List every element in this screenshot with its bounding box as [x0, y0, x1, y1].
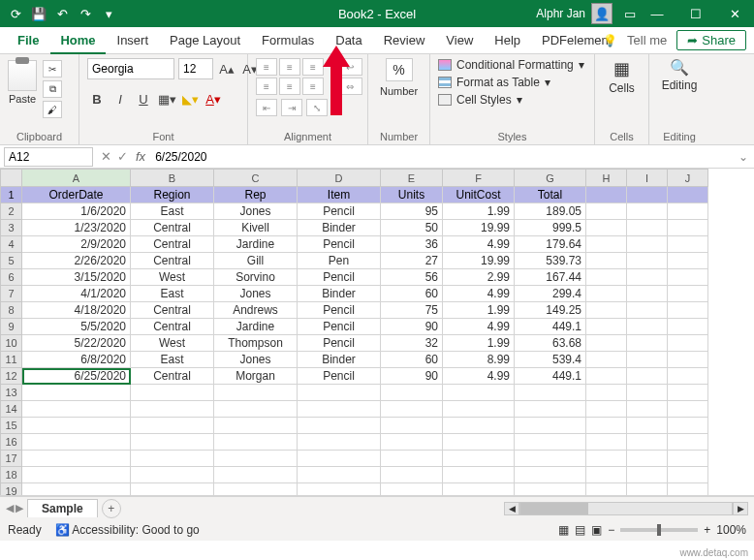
cell-G17[interactable] [515, 451, 586, 467]
row-header-1[interactable]: 1 [1, 187, 22, 203]
cell-H5[interactable] [586, 253, 627, 269]
cell-J17[interactable] [668, 451, 708, 467]
cell-F5[interactable]: 19.99 [443, 253, 515, 269]
cell-B3[interactable]: Central [131, 220, 214, 236]
cell-A17[interactable] [22, 451, 131, 467]
cell-J15[interactable] [668, 418, 708, 434]
tab-formulas[interactable]: Formulas [252, 27, 324, 54]
fill-color-button[interactable]: ◣▾ [180, 89, 200, 109]
cell-D15[interactable] [298, 418, 381, 434]
cell-H7[interactable] [586, 286, 627, 302]
cell-G15[interactable] [515, 418, 586, 434]
cell-C15[interactable] [214, 418, 298, 434]
cell-H14[interactable] [586, 401, 627, 418]
cell-C13[interactable] [214, 385, 298, 401]
tell-me[interactable]: Tell me [627, 33, 667, 47]
close-button[interactable]: ✕ [715, 0, 754, 27]
cell-E18[interactable] [381, 467, 443, 483]
wrap-text-button[interactable]: ↩ [337, 58, 362, 76]
cell-J7[interactable] [668, 286, 708, 302]
cell-D2[interactable]: Pencil [298, 203, 381, 220]
decrease-indent-button[interactable]: ⇤ [256, 99, 277, 116]
col-header-F[interactable]: F [443, 170, 515, 187]
cell-B13[interactable] [131, 385, 214, 401]
cell-A4[interactable]: 2/9/2020 [22, 236, 131, 253]
undo-icon[interactable]: ↶ [54, 6, 70, 21]
cell-A5[interactable]: 2/26/2020 [22, 253, 131, 269]
cell-J8[interactable] [668, 302, 708, 319]
cell-G12[interactable]: 449.1 [515, 368, 586, 385]
row-header-11[interactable]: 11 [1, 352, 22, 368]
font-size-select[interactable] [178, 58, 213, 79]
cell-H10[interactable] [586, 335, 627, 352]
qat-dropdown-icon[interactable]: ▾ [101, 6, 116, 21]
align-right-button[interactable]: ≡ [302, 78, 324, 95]
font-name-select[interactable] [87, 58, 174, 79]
zoom-out-button[interactable]: − [608, 523, 614, 537]
row-header-2[interactable]: 2 [1, 203, 22, 220]
row-header-8[interactable]: 8 [1, 302, 22, 319]
cell-H17[interactable] [586, 451, 627, 467]
cell-E15[interactable] [381, 418, 443, 434]
sheet-tab-sample[interactable]: Sample [27, 499, 98, 517]
cell-C6[interactable]: Sorvino [214, 269, 298, 286]
cell-G1[interactable]: Total [515, 187, 586, 203]
cell-B10[interactable]: West [131, 335, 214, 352]
cell-H3[interactable] [586, 220, 627, 236]
cell-G18[interactable] [515, 467, 586, 483]
lightbulb-icon[interactable]: 💡 [603, 34, 617, 47]
cell-E8[interactable]: 75 [381, 302, 443, 319]
cell-D1[interactable]: Item [298, 187, 381, 203]
col-header-A[interactable]: A [22, 170, 131, 187]
cell-C17[interactable] [214, 451, 298, 467]
cell-G16[interactable] [515, 434, 586, 451]
cell-C16[interactable] [214, 434, 298, 451]
cell-J10[interactable] [668, 335, 708, 352]
cell-F10[interactable]: 1.99 [443, 335, 515, 352]
bold-button[interactable]: B [87, 89, 107, 109]
cell-J13[interactable] [668, 385, 708, 401]
col-header-C[interactable]: C [214, 170, 298, 187]
enter-formula-icon[interactable]: ✓ [117, 149, 128, 164]
spreadsheet-grid[interactable]: ABCDEFGHIJ1OrderDateRegionRepItemUnitsUn… [0, 169, 754, 496]
cell-E19[interactable] [381, 483, 443, 497]
percent-icon[interactable]: % [386, 58, 413, 81]
conditional-formatting-button[interactable]: Conditional Formatting▾ [438, 58, 586, 72]
underline-button[interactable]: U [134, 89, 153, 109]
cell-I16[interactable] [627, 434, 668, 451]
col-header-G[interactable]: G [515, 170, 586, 187]
cell-F7[interactable]: 4.99 [443, 286, 515, 302]
col-header-D[interactable]: D [298, 170, 381, 187]
cell-F15[interactable] [443, 418, 515, 434]
cell-A7[interactable]: 4/1/2020 [22, 286, 131, 302]
cell-H15[interactable] [586, 418, 627, 434]
cell-H13[interactable] [586, 385, 627, 401]
cell-A9[interactable]: 5/5/2020 [22, 319, 131, 335]
cell-I19[interactable] [627, 483, 668, 497]
cell-B8[interactable]: Central [131, 302, 214, 319]
increase-font-button[interactable]: A▴ [217, 59, 236, 78]
align-left-button[interactable]: ≡ [256, 78, 277, 95]
cell-D4[interactable]: Pencil [298, 236, 381, 253]
cell-F6[interactable]: 2.99 [443, 269, 515, 286]
copy-button[interactable]: ⧉ [43, 80, 62, 98]
cell-A6[interactable]: 3/15/2020 [22, 269, 131, 286]
tab-file[interactable]: File [8, 27, 48, 54]
editing-button[interactable]: 🔍 Editing [657, 58, 702, 92]
cell-B15[interactable] [131, 418, 214, 434]
merge-button[interactable]: ⇔ [337, 78, 362, 95]
cell-G4[interactable]: 179.64 [515, 236, 586, 253]
row-header-5[interactable]: 5 [1, 253, 22, 269]
cell-D7[interactable]: Binder [298, 286, 381, 302]
col-header-J[interactable]: J [668, 170, 708, 187]
cell-D5[interactable]: Pen [298, 253, 381, 269]
cell-B6[interactable]: West [131, 269, 214, 286]
tab-view[interactable]: View [436, 27, 483, 54]
cell-E17[interactable] [381, 451, 443, 467]
maximize-button[interactable]: ☐ [676, 0, 715, 27]
sheet-nav-next[interactable]: ▶ [16, 502, 23, 514]
row-header-13[interactable]: 13 [1, 385, 22, 401]
cell-I5[interactable] [627, 253, 668, 269]
cell-C11[interactable]: Jones [214, 352, 298, 368]
cell-C3[interactable]: Kivell [214, 220, 298, 236]
